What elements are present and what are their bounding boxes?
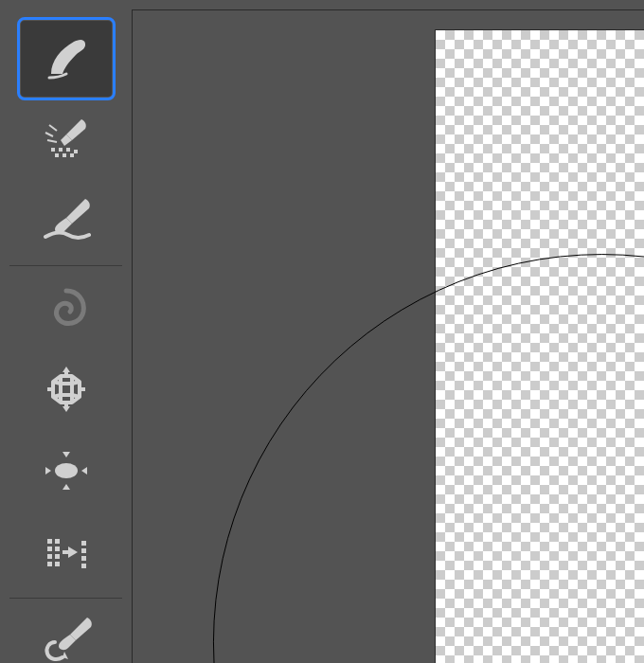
svg-marker-7 [63, 367, 70, 372]
mesh-icon [40, 363, 93, 420]
toolbar-divider [9, 598, 122, 599]
svg-rect-23 [63, 550, 70, 554]
history-brush-tool[interactable] [21, 604, 112, 663]
svg-rect-21 [55, 562, 60, 566]
svg-rect-5 [70, 153, 74, 157]
pucker-icon [40, 444, 93, 501]
svg-rect-17 [55, 547, 60, 551]
svg-rect-25 [81, 548, 86, 553]
svg-rect-24 [81, 541, 86, 546]
turbulence-icon [40, 526, 93, 582]
svg-marker-8 [63, 406, 70, 412]
svg-marker-12 [45, 467, 51, 475]
brush-icon [40, 193, 93, 250]
svg-point-9 [55, 463, 78, 478]
twirl-tool[interactable] [21, 272, 112, 348]
scatter-brush-tool[interactable] [21, 102, 112, 178]
scatter-brush-icon [40, 112, 93, 169]
svg-rect-27 [81, 564, 86, 568]
swirl-icon [40, 281, 93, 338]
svg-rect-15 [55, 539, 60, 544]
svg-rect-16 [47, 547, 52, 551]
smudge-icon [40, 30, 93, 87]
svg-marker-10 [63, 452, 70, 457]
toolbar-divider [9, 265, 122, 266]
svg-rect-3 [55, 153, 59, 157]
paint-brush-tool[interactable] [21, 184, 112, 260]
reconstruct-tool[interactable] [21, 353, 112, 429]
svg-marker-11 [63, 484, 70, 490]
svg-marker-13 [81, 467, 87, 475]
history-brush-icon [40, 614, 93, 663]
svg-rect-2 [66, 148, 70, 152]
svg-rect-18 [47, 554, 52, 559]
svg-rect-1 [59, 148, 63, 152]
pucker-tool[interactable] [21, 435, 112, 511]
toolbar [0, 9, 133, 663]
svg-rect-14 [47, 539, 52, 544]
canvas-area[interactable] [134, 10, 644, 663]
svg-rect-0 [51, 148, 55, 152]
svg-rect-20 [47, 562, 52, 566]
canvas[interactable] [435, 29, 644, 663]
svg-rect-4 [63, 153, 66, 157]
turbulence-tool[interactable] [21, 516, 112, 592]
svg-rect-6 [74, 150, 78, 153]
svg-rect-19 [55, 554, 60, 559]
svg-rect-26 [81, 556, 86, 561]
smudge-tool[interactable] [21, 21, 112, 97]
